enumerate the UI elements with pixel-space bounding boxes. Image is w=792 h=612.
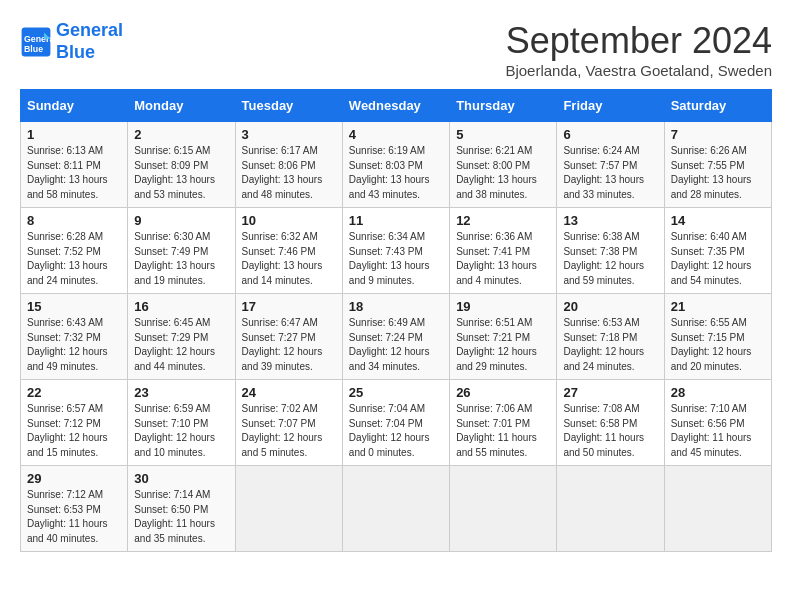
cell-info: Sunrise: 6:43 AMSunset: 7:32 PMDaylight:… [27, 316, 121, 374]
title-block: September 2024 Bjoerlanda, Vaestra Goeta… [505, 20, 772, 79]
page-header: General Blue General Blue September 2024… [20, 20, 772, 79]
day-number: 21 [671, 299, 765, 314]
calendar-cell: 15Sunrise: 6:43 AMSunset: 7:32 PMDayligh… [21, 294, 128, 380]
cell-info: Sunrise: 6:38 AMSunset: 7:38 PMDaylight:… [563, 230, 657, 288]
day-number: 9 [134, 213, 228, 228]
calendar-cell: 4Sunrise: 6:19 AMSunset: 8:03 PMDaylight… [342, 122, 449, 208]
calendar-week-2: 8Sunrise: 6:28 AMSunset: 7:52 PMDaylight… [21, 208, 772, 294]
weekday-header-wednesday: Wednesday [342, 90, 449, 122]
logo-text: General [56, 20, 123, 42]
calendar-cell: 20Sunrise: 6:53 AMSunset: 7:18 PMDayligh… [557, 294, 664, 380]
calendar-cell: 16Sunrise: 6:45 AMSunset: 7:29 PMDayligh… [128, 294, 235, 380]
day-number: 15 [27, 299, 121, 314]
day-number: 19 [456, 299, 550, 314]
cell-info: Sunrise: 6:21 AMSunset: 8:00 PMDaylight:… [456, 144, 550, 202]
calendar-cell: 10Sunrise: 6:32 AMSunset: 7:46 PMDayligh… [235, 208, 342, 294]
location: Bjoerlanda, Vaestra Goetaland, Sweden [505, 62, 772, 79]
day-number: 17 [242, 299, 336, 314]
calendar-cell: 23Sunrise: 6:59 AMSunset: 7:10 PMDayligh… [128, 380, 235, 466]
logo-icon: General Blue [20, 26, 52, 58]
calendar-cell [664, 466, 771, 552]
day-number: 16 [134, 299, 228, 314]
header-row: SundayMondayTuesdayWednesdayThursdayFrid… [21, 90, 772, 122]
calendar-table: SundayMondayTuesdayWednesdayThursdayFrid… [20, 89, 772, 552]
calendar-cell [342, 466, 449, 552]
cell-info: Sunrise: 6:47 AMSunset: 7:27 PMDaylight:… [242, 316, 336, 374]
calendar-cell: 5Sunrise: 6:21 AMSunset: 8:00 PMDaylight… [450, 122, 557, 208]
day-number: 5 [456, 127, 550, 142]
calendar-cell: 8Sunrise: 6:28 AMSunset: 7:52 PMDaylight… [21, 208, 128, 294]
cell-info: Sunrise: 6:15 AMSunset: 8:09 PMDaylight:… [134, 144, 228, 202]
day-number: 28 [671, 385, 765, 400]
cell-info: Sunrise: 6:59 AMSunset: 7:10 PMDaylight:… [134, 402, 228, 460]
cell-info: Sunrise: 6:49 AMSunset: 7:24 PMDaylight:… [349, 316, 443, 374]
cell-info: Sunrise: 6:30 AMSunset: 7:49 PMDaylight:… [134, 230, 228, 288]
day-number: 18 [349, 299, 443, 314]
cell-info: Sunrise: 6:57 AMSunset: 7:12 PMDaylight:… [27, 402, 121, 460]
calendar-cell: 6Sunrise: 6:24 AMSunset: 7:57 PMDaylight… [557, 122, 664, 208]
calendar-cell: 19Sunrise: 6:51 AMSunset: 7:21 PMDayligh… [450, 294, 557, 380]
calendar-cell: 21Sunrise: 6:55 AMSunset: 7:15 PMDayligh… [664, 294, 771, 380]
day-number: 25 [349, 385, 443, 400]
day-number: 10 [242, 213, 336, 228]
day-number: 22 [27, 385, 121, 400]
calendar-cell: 7Sunrise: 6:26 AMSunset: 7:55 PMDaylight… [664, 122, 771, 208]
calendar-header: SundayMondayTuesdayWednesdayThursdayFrid… [21, 90, 772, 122]
calendar-cell: 26Sunrise: 7:06 AMSunset: 7:01 PMDayligh… [450, 380, 557, 466]
cell-info: Sunrise: 7:02 AMSunset: 7:07 PMDaylight:… [242, 402, 336, 460]
cell-info: Sunrise: 6:28 AMSunset: 7:52 PMDaylight:… [27, 230, 121, 288]
calendar-cell: 2Sunrise: 6:15 AMSunset: 8:09 PMDaylight… [128, 122, 235, 208]
day-number: 30 [134, 471, 228, 486]
weekday-header-monday: Monday [128, 90, 235, 122]
cell-info: Sunrise: 7:14 AMSunset: 6:50 PMDaylight:… [134, 488, 228, 546]
calendar-body: 1Sunrise: 6:13 AMSunset: 8:11 PMDaylight… [21, 122, 772, 552]
day-number: 27 [563, 385, 657, 400]
cell-info: Sunrise: 6:40 AMSunset: 7:35 PMDaylight:… [671, 230, 765, 288]
calendar-cell: 9Sunrise: 6:30 AMSunset: 7:49 PMDaylight… [128, 208, 235, 294]
cell-info: Sunrise: 6:51 AMSunset: 7:21 PMDaylight:… [456, 316, 550, 374]
month-title: September 2024 [505, 20, 772, 62]
cell-info: Sunrise: 7:06 AMSunset: 7:01 PMDaylight:… [456, 402, 550, 460]
calendar-cell: 18Sunrise: 6:49 AMSunset: 7:24 PMDayligh… [342, 294, 449, 380]
calendar-cell: 27Sunrise: 7:08 AMSunset: 6:58 PMDayligh… [557, 380, 664, 466]
day-number: 14 [671, 213, 765, 228]
weekday-header-saturday: Saturday [664, 90, 771, 122]
cell-info: Sunrise: 6:55 AMSunset: 7:15 PMDaylight:… [671, 316, 765, 374]
calendar-week-1: 1Sunrise: 6:13 AMSunset: 8:11 PMDaylight… [21, 122, 772, 208]
day-number: 13 [563, 213, 657, 228]
calendar-week-5: 29Sunrise: 7:12 AMSunset: 6:53 PMDayligh… [21, 466, 772, 552]
calendar-cell: 17Sunrise: 6:47 AMSunset: 7:27 PMDayligh… [235, 294, 342, 380]
weekday-header-friday: Friday [557, 90, 664, 122]
cell-info: Sunrise: 6:45 AMSunset: 7:29 PMDaylight:… [134, 316, 228, 374]
calendar-cell [450, 466, 557, 552]
day-number: 11 [349, 213, 443, 228]
day-number: 12 [456, 213, 550, 228]
calendar-cell: 3Sunrise: 6:17 AMSunset: 8:06 PMDaylight… [235, 122, 342, 208]
day-number: 24 [242, 385, 336, 400]
day-number: 26 [456, 385, 550, 400]
day-number: 20 [563, 299, 657, 314]
day-number: 8 [27, 213, 121, 228]
cell-info: Sunrise: 6:36 AMSunset: 7:41 PMDaylight:… [456, 230, 550, 288]
cell-info: Sunrise: 6:34 AMSunset: 7:43 PMDaylight:… [349, 230, 443, 288]
cell-info: Sunrise: 7:08 AMSunset: 6:58 PMDaylight:… [563, 402, 657, 460]
weekday-header-thursday: Thursday [450, 90, 557, 122]
calendar-cell: 13Sunrise: 6:38 AMSunset: 7:38 PMDayligh… [557, 208, 664, 294]
cell-info: Sunrise: 6:17 AMSunset: 8:06 PMDaylight:… [242, 144, 336, 202]
calendar-cell: 30Sunrise: 7:14 AMSunset: 6:50 PMDayligh… [128, 466, 235, 552]
calendar-week-4: 22Sunrise: 6:57 AMSunset: 7:12 PMDayligh… [21, 380, 772, 466]
calendar-cell: 11Sunrise: 6:34 AMSunset: 7:43 PMDayligh… [342, 208, 449, 294]
calendar-cell: 24Sunrise: 7:02 AMSunset: 7:07 PMDayligh… [235, 380, 342, 466]
day-number: 23 [134, 385, 228, 400]
cell-info: Sunrise: 6:26 AMSunset: 7:55 PMDaylight:… [671, 144, 765, 202]
calendar-cell [557, 466, 664, 552]
day-number: 1 [27, 127, 121, 142]
calendar-cell: 25Sunrise: 7:04 AMSunset: 7:04 PMDayligh… [342, 380, 449, 466]
cell-info: Sunrise: 6:32 AMSunset: 7:46 PMDaylight:… [242, 230, 336, 288]
svg-text:Blue: Blue [24, 43, 43, 53]
calendar-cell: 29Sunrise: 7:12 AMSunset: 6:53 PMDayligh… [21, 466, 128, 552]
day-number: 6 [563, 127, 657, 142]
weekday-header-tuesday: Tuesday [235, 90, 342, 122]
day-number: 7 [671, 127, 765, 142]
calendar-cell: 1Sunrise: 6:13 AMSunset: 8:11 PMDaylight… [21, 122, 128, 208]
